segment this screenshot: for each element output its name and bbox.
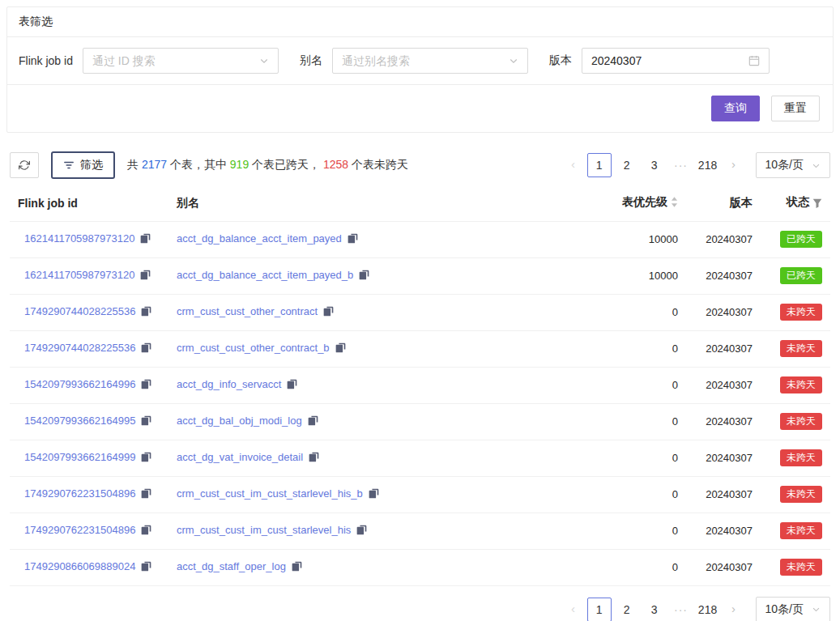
alias-link[interactable]: crm_cust_cust_im_cust_starlevel_his [177, 524, 351, 536]
job-id-link[interactable]: 1542097993662164995 [24, 415, 135, 427]
table-toolbar: 筛选 共 2177 个表，其中 919 个表已跨天， 1258 个表未跨天 ‹ … [10, 151, 830, 179]
copy-icon[interactable] [335, 342, 346, 355]
copy-icon[interactable] [141, 525, 151, 538]
version-date-picker[interactable] [582, 48, 770, 74]
alias-link[interactable]: acct_dg_vat_invoice_detail [177, 451, 303, 463]
table-row: 1542097993662164999 acct_dg_vat_invoice_… [10, 440, 830, 476]
prev-page-button[interactable]: ‹ [563, 598, 584, 621]
priority-header-label: 表优先级 [622, 195, 667, 208]
table-row: 1621411705987973120 acct_dg_balance_acct… [10, 221, 830, 257]
job-id-link[interactable]: 1749290744028225536 [24, 342, 135, 354]
page-button-last[interactable]: 218 [696, 598, 720, 621]
next-page-button[interactable]: › [723, 153, 744, 177]
page-jump-ellipsis[interactable]: ··· [670, 603, 693, 616]
page-size-select[interactable]: 10条/页 [756, 597, 830, 621]
copy-icon[interactable] [369, 488, 379, 501]
copy-icon[interactable] [141, 452, 151, 465]
filter-toggle-button[interactable]: 筛选 [51, 151, 115, 179]
copy-icon[interactable] [141, 379, 151, 392]
calendar-icon [748, 55, 760, 66]
query-button[interactable]: 查询 [711, 96, 760, 121]
copy-icon[interactable] [356, 525, 367, 538]
version-filter-field: 版本 [549, 48, 770, 74]
job-id-link[interactable]: 1542097993662164996 [24, 378, 135, 390]
page-button-3[interactable]: 3 [642, 153, 667, 177]
job-id-link[interactable]: 1621411705987973120 [24, 232, 134, 245]
column-header-priority[interactable]: 表优先级 [565, 185, 686, 221]
page-size-select[interactable]: 10条/页 [756, 152, 830, 178]
column-header-job-id: Flink job id [10, 185, 168, 221]
alias-search-input[interactable] [342, 54, 502, 67]
copy-icon[interactable] [308, 415, 318, 428]
page-button-2[interactable]: 2 [615, 153, 639, 177]
summary-total-count: 2177 [142, 158, 167, 171]
job-id-link[interactable]: 1749290866069889024 [24, 560, 135, 572]
page-button-last[interactable]: 218 [696, 153, 720, 177]
table-row: 1749290744028225536 crm_cust_cust_other_… [10, 294, 830, 330]
alias-link[interactable]: acct_dg_info_servacct [177, 378, 281, 390]
status-filter-icon[interactable] [812, 198, 822, 211]
copy-icon[interactable] [140, 233, 151, 246]
job-id-link[interactable]: 1749290762231504896 [24, 487, 135, 500]
page-button-3[interactable]: 3 [642, 598, 667, 621]
status-badge: 未跨天 [780, 413, 822, 430]
next-page-button[interactable]: › [723, 598, 744, 621]
reset-button[interactable]: 重置 [771, 96, 820, 121]
job-id-link[interactable]: 1749290744028225536 [24, 305, 135, 317]
alias-link[interactable]: crm_cust_cust_other_contract [177, 305, 318, 317]
job-id-select[interactable] [83, 48, 279, 74]
copy-icon[interactable] [309, 452, 319, 465]
job-id-link[interactable]: 1621411705987973120 [24, 269, 134, 281]
pagination-bottom: ‹ 1 2 3 ··· 218 › 10条/页 [10, 597, 830, 621]
copy-icon[interactable] [140, 270, 151, 283]
alias-link[interactable]: acct_dg_balance_acct_item_payed [177, 232, 342, 245]
job-id-link[interactable]: 1749290762231504896 [24, 524, 135, 536]
status-badge: 未跨天 [780, 522, 822, 539]
page-button-1[interactable]: 1 [587, 153, 612, 177]
filter-panel-title: 表筛选 [7, 7, 833, 37]
prev-page-button[interactable]: ‹ [563, 153, 584, 177]
version-cell: 20240307 [686, 513, 761, 549]
page-size-value: 10条/页 [765, 158, 804, 172]
copy-icon[interactable] [359, 270, 369, 283]
table-row: 1542097993662164996 acct_dg_info_servacc… [10, 367, 830, 403]
version-cell: 20240307 [686, 367, 761, 403]
version-date-input[interactable] [591, 54, 742, 67]
summary-text: 个表，其中 [167, 158, 230, 171]
alias-link[interactable]: acct_dg_balance_acct_item_payed_b [177, 269, 353, 281]
copy-icon[interactable] [292, 561, 302, 574]
table-row: 1542097993662164995 acct_dg_bal_obj_modi… [10, 403, 830, 440]
copy-icon[interactable] [141, 415, 151, 428]
job-id-link[interactable]: 1542097993662164999 [24, 451, 135, 463]
copy-icon[interactable] [141, 561, 151, 574]
refresh-button[interactable] [10, 152, 39, 178]
status-badge: 未跨天 [780, 304, 822, 321]
copy-icon[interactable] [141, 488, 151, 501]
alias-select[interactable] [332, 48, 528, 74]
page-button-2[interactable]: 2 [615, 598, 639, 621]
alias-link[interactable]: crm_cust_cust_im_cust_starlevel_his_b [177, 487, 363, 500]
sort-carets-icon[interactable] [671, 196, 678, 211]
status-badge: 未跨天 [780, 486, 822, 503]
job-id-search-input[interactable] [92, 54, 253, 67]
copy-icon[interactable] [141, 306, 151, 319]
copy-icon[interactable] [348, 233, 358, 246]
version-cell: 20240307 [686, 440, 761, 476]
alias-link[interactable]: acct_dg_staff_oper_log [177, 560, 286, 572]
alias-link[interactable]: crm_cust_cust_other_contract_b [177, 342, 330, 354]
page-jump-ellipsis[interactable]: ··· [670, 159, 693, 172]
filter-fields-row: Flink job id 别名 版本 [7, 37, 833, 84]
pagination-top: ‹ 1 2 3 ··· 218 › 10条/页 [563, 152, 830, 178]
copy-icon[interactable] [287, 379, 297, 392]
filter-lines-icon [63, 160, 75, 171]
tables-data-table: Flink job id 别名 表优先级 版本 状态 1621411705987… [10, 185, 830, 586]
column-header-status: 状态 [761, 185, 830, 221]
copy-icon[interactable] [141, 342, 151, 355]
refresh-icon [19, 160, 30, 171]
page-button-1[interactable]: 1 [587, 598, 612, 621]
alias-link[interactable]: acct_dg_bal_obj_modi_log [177, 415, 302, 427]
copy-icon[interactable] [323, 306, 334, 319]
chevron-down-icon [812, 161, 821, 170]
priority-cell: 0 [565, 367, 686, 403]
chevron-down-icon [509, 56, 518, 66]
